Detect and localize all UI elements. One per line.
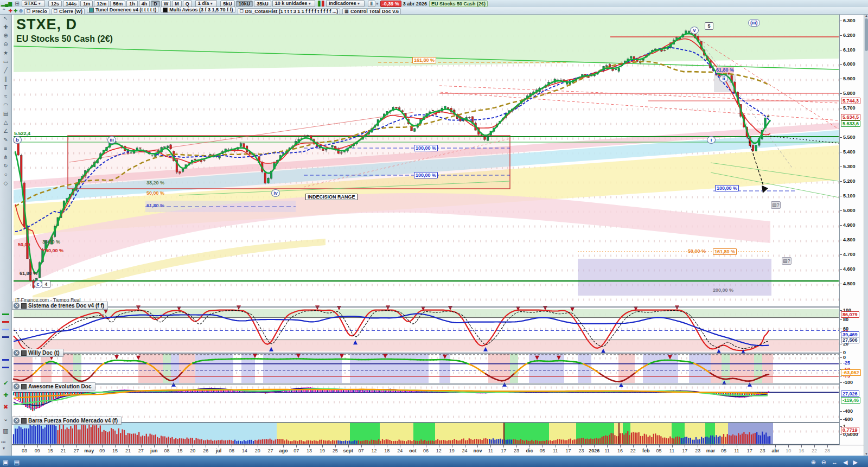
date-label: 17 [682, 448, 687, 453]
unit-button-5kU[interactable]: 5kU [220, 1, 235, 7]
scrollbar-thumb[interactable] [865, 18, 868, 51]
collapse-icon[interactable]: ⌄ [0, 415, 11, 423]
unit-button-35kU[interactable]: 35kU [254, 1, 271, 7]
scroll-left-icon[interactable]: ◀ [840, 459, 850, 466]
timeframe-button-W[interactable]: W [161, 1, 171, 7]
date-label: 27 [268, 448, 273, 453]
period-dropdown[interactable]: 1 día▼ [195, 0, 217, 7]
grid-view-icon[interactable]: ▤ [11, 459, 22, 466]
timeframe-button-1h[interactable]: 1h [126, 1, 138, 7]
timeframe-button-56m[interactable]: 56m [110, 1, 125, 7]
pitchfork-tool-icon[interactable]: ⋔ [0, 153, 11, 162]
date-label: 10 [786, 448, 791, 453]
indicator-panels-svg[interactable] [11, 303, 839, 445]
date-tick-mark [814, 445, 815, 447]
wave-tool-icon[interactable]: ≈ [0, 92, 11, 101]
trendline-tool-icon[interactable]: ╱ [0, 66, 11, 75]
timeframe-button-12m[interactable]: 12m [94, 1, 109, 7]
arc-tool-icon[interactable]: ◠ [0, 101, 11, 110]
units-dropdown[interactable]: 10 k unidades▼ [272, 0, 315, 7]
date-label: 24 [462, 448, 468, 453]
timeframe-button-M[interactable]: M [172, 1, 182, 7]
like-icon[interactable]: ✚ [0, 392, 11, 399]
checkbox-icon[interactable]: ☐ [54, 9, 58, 14]
pencil-tool-icon[interactable]: ✎ [0, 136, 11, 144]
rotate-tool-icon[interactable]: ↻ [0, 162, 11, 170]
axis-tick-label: 4.800 [843, 237, 856, 242]
scroll-right-icon[interactable]: ▶ [851, 459, 860, 466]
date-label: 05 [540, 448, 545, 453]
ellipse-tool-icon[interactable]: ○ [0, 170, 11, 179]
vertical-scrollbar[interactable]: ▲ ▼ [864, 14, 868, 456]
channel-tool-icon[interactable]: ∥ [0, 75, 11, 84]
date-label: 08 [164, 448, 170, 453]
fib-tool-icon[interactable]: ▤ [0, 110, 11, 118]
diamond-tool-icon[interactable]: ◇ [0, 179, 11, 188]
axis-tick-mark [840, 79, 842, 79]
cursor-tool-icon[interactable]: ↖ [0, 14, 11, 23]
timeframe-button-4h[interactable]: 4h [139, 1, 150, 7]
panel-header-willy-doc[interactable]: ✕ Willy Doc (t) [12, 349, 63, 357]
axis-tick-mark [840, 353, 842, 353]
bottom-left-icons: ▣▤ [0, 457, 22, 466]
crosshair-tool-icon[interactable]: ✚ [0, 23, 11, 31]
panel-header-sistema-trenes[interactable]: ✕ Sistema de trenes Doc v4 (f f) [12, 302, 108, 310]
text-tool-icon[interactable]: T [0, 84, 11, 92]
overlay-toggle-5[interactable]: ▥Control Total Doc v.6 [342, 8, 401, 15]
delete-icon[interactable]: ✖ [0, 404, 11, 411]
zoom-out-icon[interactable]: ⊖ [819, 459, 829, 466]
fit-width-icon[interactable]: ↔ [829, 459, 840, 465]
indicators-dropdown[interactable]: Indicadores▼ [326, 0, 364, 7]
unit-button-10kU[interactable]: 10kU [236, 1, 253, 7]
date-tick-mark [400, 445, 400, 447]
timeframe-button-Q[interactable]: Q [183, 1, 192, 7]
symbol-selector[interactable]: STXE▼ [22, 0, 45, 7]
collapse-toolbar-icon[interactable]: ⌃ [0, 7, 8, 15]
date-tick-mark [141, 445, 142, 447]
panel-title: Awesome Evolution Doc [28, 383, 92, 389]
price-chart-svg[interactable] [11, 14, 839, 303]
zoom-in-icon[interactable]: ⊕ [808, 459, 819, 466]
date-axis[interactable]: 0309152127may09152127jun08152026jul08142… [11, 445, 864, 456]
expand-icon[interactable]: ▾ [3, 446, 5, 451]
checkbox-icon[interactable]: ☐ [27, 9, 30, 14]
overlay-toggle-2[interactable]: Tunel Domenec v4 (t t t t t) [87, 7, 158, 13]
indicator-swatch-icon [21, 350, 27, 356]
confirm-icon[interactable]: ✔ [0, 380, 11, 387]
overlay-toggle-1[interactable]: ☐Cierre (W) [52, 8, 85, 15]
layers-icon[interactable]: ▥ [0, 427, 11, 434]
close-icon[interactable]: ✕ [14, 418, 20, 424]
overlay-toggle-3[interactable]: Multi Avisos (3 f 3 1,5 70 f f) [161, 7, 235, 13]
record-icon[interactable]: ● [376, 1, 379, 6]
date-label: 20 [190, 448, 195, 453]
more-tools-icon[interactable]: ••• [1, 439, 5, 444]
triangle-tool-icon[interactable]: △ [0, 118, 11, 127]
timeframe-button-12s[interactable]: 12s [48, 1, 62, 7]
timeframe-button-144s[interactable]: 144s [63, 1, 79, 7]
timeframe-button-1m[interactable]: 1m [80, 1, 93, 7]
add-red-icon[interactable]: ✚ [8, 8, 13, 14]
price-axis[interactable]: 6.3006.2006.1006.0005.9005.8005.7005.500… [839, 14, 864, 445]
favorites-icon[interactable]: ★ [0, 49, 11, 57]
close-blue-icon[interactable]: ⊗ [18, 8, 23, 14]
close-icon[interactable]: ✕ [14, 350, 20, 356]
close-icon[interactable]: ✕ [14, 303, 20, 309]
lines-tool-icon[interactable]: ≡ [0, 144, 11, 153]
rectangle-tool-icon[interactable]: ▭ [0, 57, 11, 66]
date-label: 21 [61, 448, 66, 453]
axis-tick-mark [840, 108, 842, 108]
pause-button[interactable]: ‖ [368, 1, 375, 7]
overlay-toggle-0[interactable]: ☐Precio [24, 8, 49, 15]
panel-header-awesome-evolution[interactable]: ✕ Awesome Evolution Doc [12, 382, 95, 391]
date-label: 23 [514, 448, 519, 453]
angle-tool-icon[interactable]: ∠ [0, 127, 11, 136]
panel-header-barra-fuerza[interactable]: ✕ Barra Fuerza Fondo Mercado v4 (f) [12, 417, 122, 425]
timeframe-button-D[interactable]: D [151, 1, 160, 7]
add-green-icon[interactable]: ✚ [13, 8, 18, 14]
overlay-toggle-4[interactable]: ☐DS_CotasHist (1 t t t 3 1 1 f f f f t f… [238, 8, 341, 15]
workspace-icon[interactable]: ▣ [0, 459, 11, 466]
close-icon[interactable]: ✕ [14, 383, 20, 389]
zoom-out-icon[interactable]: ⊖ [0, 40, 11, 49]
zoom-in-icon[interactable]: ⊕ [0, 31, 11, 40]
checkbox-icon[interactable]: ☐ [240, 9, 244, 14]
